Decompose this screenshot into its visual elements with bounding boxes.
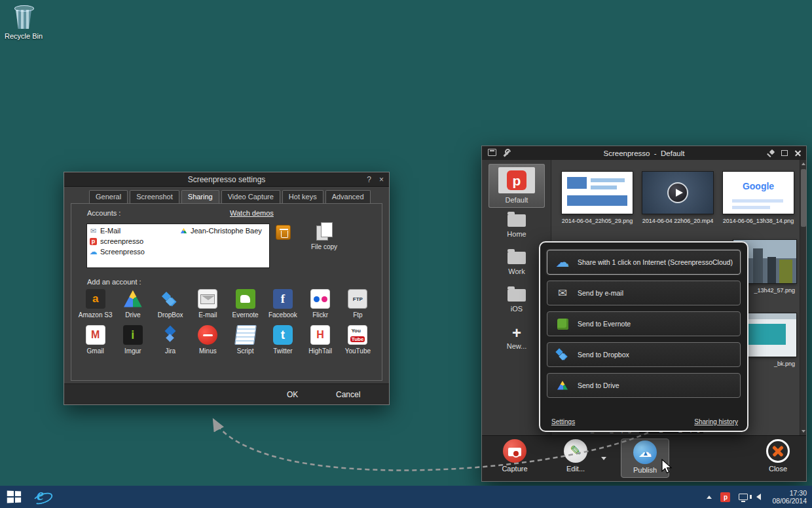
clock-time: 17:30	[772, 489, 807, 497]
provider-evernote[interactable]: Evernote	[227, 289, 264, 319]
scrollbar-thumb[interactable]	[801, 169, 806, 227]
sharing-tab-panel: Accounts : Watch demos E-MailJean-Christ…	[71, 203, 382, 381]
envelope-icon	[554, 286, 571, 300]
facebook-icon	[273, 289, 293, 309]
close-window-icon[interactable]	[794, 149, 802, 157]
popup-settings-link[interactable]: Settings	[551, 418, 575, 425]
thumbnail-2014-06-04-22h05-29-png[interactable]: 2014-06-04_22h05_29.png	[559, 172, 635, 224]
sic-screenpresso-icon	[89, 237, 98, 246]
thumbnail-2014-06-06-13h38-14-png[interactable]: Google2014-06-06_13h38_14.png	[720, 172, 796, 224]
tab-hot-keys[interactable]: Hot keys	[282, 190, 323, 203]
accounts-list[interactable]: E-MailJean-Christophe BaeyscreenpressoSc…	[86, 224, 270, 268]
sidebar-item-default[interactable]: Default	[489, 164, 545, 208]
accounts-label: Accounts :	[87, 209, 120, 217]
sidebar-item-ios[interactable]: iOS	[489, 286, 545, 317]
scroll-down-icon[interactable]	[800, 427, 807, 435]
account-row[interactable]: E-MailJean-Christophe Baey	[87, 225, 269, 236]
pin-icon[interactable]	[767, 149, 775, 157]
taskbar-clock[interactable]: 17:30 08/06/2014	[772, 489, 807, 505]
share-option-send-to-drive[interactable]: Send to Drive	[547, 373, 741, 398]
dialog-button-strip: OK Cancel	[64, 383, 389, 404]
share-option-label: Send to Evernote	[578, 320, 631, 328]
provider-youtube[interactable]: YouTube	[339, 325, 377, 355]
volume-icon[interactable]	[756, 494, 761, 500]
share-option-label: Send to Dropbox	[578, 351, 629, 359]
settings-wrench-icon[interactable]	[502, 149, 511, 157]
provider-flickr[interactable]: Flickr	[302, 289, 339, 319]
provider-amazon-s3[interactable]: Amazon S3	[77, 289, 114, 319]
help-icon[interactable]: ?	[367, 175, 371, 184]
tab-advanced[interactable]: Advanced	[325, 190, 371, 203]
sharing-history-link[interactable]: Sharing history	[694, 418, 738, 425]
share-option-share-with-1-click-on-internet-screenpre[interactable]: Share with 1 click on Internet (Screenpr…	[547, 250, 741, 275]
watch-demos-link[interactable]: Watch demos	[230, 209, 274, 217]
provider-ftp[interactable]: Ftp	[339, 289, 377, 319]
provider-gmail[interactable]: Gmail	[77, 325, 114, 355]
tab-sharing[interactable]: Sharing	[181, 190, 219, 203]
workspace-box-icon[interactable]	[488, 149, 496, 156]
delete-account-button[interactable]	[276, 225, 291, 240]
tray-expand-icon[interactable]	[707, 496, 712, 499]
publish-button[interactable]: Publish	[621, 439, 669, 478]
provider-label: Evernote	[227, 311, 264, 319]
network-icon[interactable]	[739, 494, 748, 500]
thumbnail-2014-06-04-22h06-20-mp4[interactable]: 2014-06-04 22h06_20.mp4	[640, 172, 716, 224]
vertical-scrollbar[interactable]	[800, 160, 806, 435]
screenpresso-logo-icon	[507, 170, 526, 190]
provider-drive[interactable]: Drive	[114, 289, 151, 319]
account-row[interactable]: Screenpresso	[87, 246, 269, 257]
provider-label: Gmail	[77, 347, 114, 355]
edit-dropdown-arrow-icon[interactable]	[601, 457, 606, 460]
provider-e-mail[interactable]: E-mail	[189, 289, 227, 319]
screenpresso-tray-icon[interactable]	[720, 492, 730, 502]
provider-minus[interactable]: Minus	[189, 325, 227, 355]
close-app-button[interactable]: Close	[754, 439, 802, 473]
scroll-up-icon[interactable]	[800, 160, 807, 168]
publish-label: Publish	[621, 466, 669, 474]
start-button[interactable]	[0, 486, 29, 508]
cancel-button[interactable]: Cancel	[329, 389, 367, 401]
tab-video-capture[interactable]: Video Capture	[221, 190, 280, 203]
maximize-icon[interactable]	[781, 150, 788, 156]
clock-date: 08/06/2014	[772, 497, 807, 505]
desktop: Recycle Bin Screenpresso - Default Defau…	[0, 0, 812, 508]
sidebar-item-label: Home	[489, 230, 545, 238]
account-name: screenpresso	[100, 237, 177, 245]
sidebar-item-new[interactable]: +New...	[489, 322, 545, 354]
provider-script[interactable]: Script	[227, 325, 264, 355]
share-option-label: Send to Drive	[578, 381, 619, 389]
sidebar-item-home[interactable]: Home	[489, 211, 545, 242]
taskbar: 17:30 08/06/2014	[0, 486, 812, 508]
capture-button[interactable]: Capture	[491, 439, 538, 473]
recycle-bin-icon[interactable]: Recycle Bin	[3, 5, 45, 40]
provider-facebook[interactable]: Facebook	[264, 289, 301, 319]
edit-button[interactable]: Edit...	[552, 439, 599, 473]
provider-dropbox[interactable]: DropBox	[152, 289, 189, 319]
sidebar-item-work[interactable]: Work	[489, 248, 545, 279]
hightail-icon	[310, 325, 330, 345]
share-popup: Share with 1 click on Internet (Screenpr…	[539, 241, 748, 432]
main-window-title: Screenpresso - Default	[482, 149, 806, 157]
main-toolbar: Capture Edit... Publish Close	[482, 435, 806, 481]
close-dialog-icon[interactable]: ×	[379, 175, 384, 184]
share-option-send-by-e-mail[interactable]: Send by e-mail	[547, 281, 741, 305]
thumbnail-filename: 2014-06-04_22h05_29.png	[559, 218, 635, 224]
provider-label: Drive	[114, 311, 151, 319]
pencil-icon	[564, 439, 587, 463]
sic-drive-icon	[179, 227, 188, 235]
share-option-send-to-dropbox[interactable]: Send to Dropbox	[547, 342, 741, 367]
share-option-send-to-evernote[interactable]: Send to Evernote	[547, 311, 741, 336]
windows-logo-icon	[7, 491, 21, 503]
minus-icon	[198, 325, 217, 345]
account-row[interactable]: screenpresso	[87, 236, 269, 246]
file-copy-button[interactable]: File copy	[306, 222, 342, 250]
tab-screenshot[interactable]: Screenshot	[130, 190, 179, 203]
provider-hightail[interactable]: HighTail	[302, 325, 339, 355]
internet-explorer-button[interactable]	[29, 486, 55, 508]
sidebar-item-label: iOS	[489, 305, 545, 313]
tab-general[interactable]: General	[89, 190, 128, 203]
provider-twitter[interactable]: Twitter	[264, 325, 301, 355]
provider-imgur[interactable]: Imgur	[114, 325, 151, 355]
provider-jira[interactable]: Jira	[152, 325, 189, 355]
ok-button[interactable]: OK	[280, 389, 304, 401]
